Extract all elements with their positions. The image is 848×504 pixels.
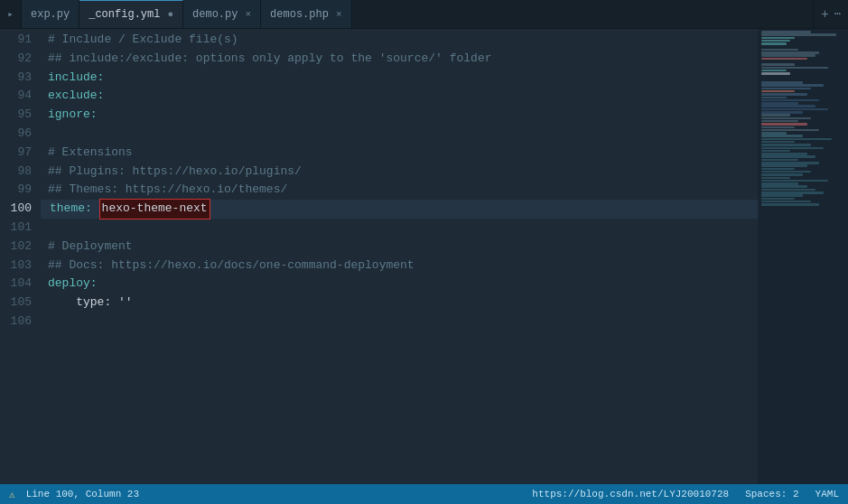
tab-active-dot: ●: [167, 9, 173, 20]
mm-line: [761, 132, 787, 135]
tab-exp-py[interactable]: exp.py: [22, 0, 79, 28]
mm-line: [761, 84, 824, 87]
code-line: type: '': [48, 294, 758, 313]
mm-line: [761, 114, 790, 117]
mm-line: [761, 129, 819, 132]
tab-demo-py[interactable]: demo.py ×: [183, 0, 261, 28]
line-number: 99: [0, 181, 32, 200]
mm-line: [761, 97, 787, 99]
code-line: deploy:: [48, 275, 758, 294]
line-number: 103: [0, 257, 32, 275]
mm-line: [761, 135, 803, 137]
mm-line: [761, 102, 798, 105]
mm-line: [761, 126, 795, 129]
mm-line: [761, 93, 807, 96]
code-line: ## Docs: https://hexo.io/docs/one-comman…: [48, 257, 758, 275]
mm-line: [761, 61, 766, 63]
line-number: 106: [0, 313, 32, 331]
mm-line: [761, 42, 787, 45]
code-line: # Deployment: [48, 238, 758, 257]
mm-line: [761, 75, 766, 78]
code-line: [48, 219, 758, 238]
status-bar-right: https://blog.csdn.net/LYJ20010728 Spaces…: [532, 489, 839, 499]
mm-line: [761, 37, 795, 40]
status-spaces: Spaces: 2: [745, 489, 798, 499]
code-token: exclude:: [48, 87, 104, 106]
tab-label: _config.yml: [89, 8, 160, 21]
cursor-position: Line 100, Column 23: [26, 489, 139, 499]
tab-label: demo.py: [192, 8, 238, 21]
code-token: deploy:: [48, 275, 98, 294]
mm-line: [761, 63, 795, 66]
code-editor[interactable]: # Include / Exclude file(s) ## include:/…: [41, 29, 758, 484]
minimap: [758, 29, 848, 484]
code-line: exclude:: [48, 87, 758, 106]
mm-line: [761, 144, 811, 146]
mm-line: [761, 99, 819, 102]
line-number: 97: [0, 144, 32, 163]
mm-line: [761, 120, 798, 123]
tab-demos-php[interactable]: demos.php ×: [261, 0, 351, 28]
mm-line: [761, 31, 811, 33]
code-line: ## Plugins: https://hexo.io/plugins/: [48, 163, 758, 182]
code-token: # Extensions: [48, 144, 133, 163]
line-numbers: 91 92 93 94 95 96 97 98 99 100 101 102 1…: [0, 29, 41, 484]
mm-line: [761, 105, 815, 107]
status-language: YAML: [815, 489, 839, 499]
mm-line: [761, 138, 832, 141]
line-number: 96: [0, 125, 32, 144]
code-token: ## Plugins: https://hexo.io/plugins/: [48, 163, 302, 182]
mm-line: [761, 51, 819, 54]
mm-line: [761, 171, 811, 173]
code-token: type: '': [48, 294, 133, 313]
line-number: 91: [0, 31, 32, 50]
mm-line: [761, 81, 803, 84]
status-bar: ⚠ Line 100, Column 23 https://blog.csdn.…: [0, 484, 848, 504]
status-url: https://blog.csdn.net/LYJ20010728: [532, 489, 729, 499]
line-number: 102: [0, 238, 32, 257]
tab-label: demos.php: [270, 8, 329, 21]
code-token: # Deployment: [48, 238, 133, 257]
mm-line: [761, 90, 795, 93]
line-number: 92: [0, 50, 32, 69]
mm-line: [761, 164, 807, 167]
mm-line: [761, 180, 828, 182]
mm-line: [761, 117, 811, 120]
line-number: 94: [0, 87, 32, 106]
mm-line: [761, 45, 766, 48]
mm-line: [761, 141, 795, 144]
mm-line: [761, 159, 798, 162]
mm-line: [761, 194, 803, 197]
line-number: 105: [0, 294, 32, 313]
sidebar-toggle[interactable]: ▸: [0, 0, 22, 28]
mm-line: [761, 54, 815, 57]
editor-area: 91 92 93 94 95 96 97 98 99 100 101 102 1…: [0, 29, 848, 484]
code-line: include:: [48, 69, 758, 88]
line-number: 101: [0, 219, 32, 238]
mm-line: [761, 162, 819, 164]
mm-line: [761, 201, 811, 203]
mm-line: [761, 111, 803, 114]
code-line: ## include:/exclude: options only apply …: [48, 50, 758, 69]
code-line: ignore:: [48, 106, 758, 125]
mm-line-active: [761, 58, 807, 61]
mm-line: [761, 182, 798, 185]
mm-line: [761, 88, 811, 90]
line-number: 104: [0, 275, 32, 294]
tab-config-yml[interactable]: _config.yml ●: [79, 0, 183, 28]
close-icon[interactable]: ×: [245, 9, 251, 20]
new-file-icon[interactable]: +: [821, 7, 828, 22]
mm-line: [761, 123, 807, 126]
minimap-content: [758, 29, 848, 484]
mm-line: [761, 191, 824, 194]
code-line: [48, 125, 758, 144]
mm-line: [761, 150, 790, 153]
mm-line: [761, 33, 836, 36]
code-token: # Include / Exclude file(s): [48, 31, 238, 50]
close-icon[interactable]: ×: [336, 9, 342, 20]
mm-line: [761, 153, 807, 155]
more-tabs-icon[interactable]: ⋯: [834, 7, 841, 21]
mm-line: [761, 189, 815, 191]
mm-line: [761, 177, 790, 180]
mm-line: [761, 168, 795, 171]
